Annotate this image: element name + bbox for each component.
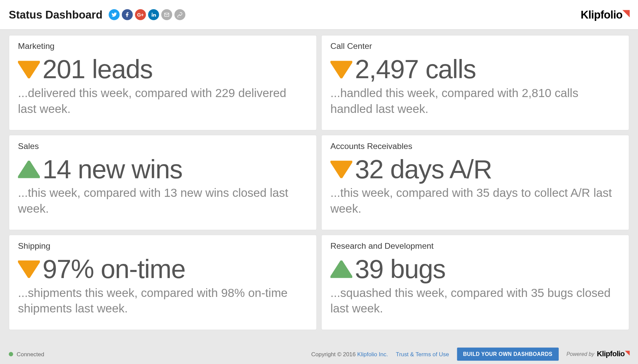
metric-value: 39 bugs — [355, 256, 445, 282]
header: Status Dashboard G+ Klipfolio◥ — [0, 0, 638, 30]
card-title: Accounts Receivables — [330, 142, 620, 151]
social-share-bar: G+ — [109, 9, 185, 20]
metric-row: 2,497 calls — [330, 57, 620, 83]
card-title: Sales — [18, 142, 308, 151]
linkedin-icon[interactable] — [148, 9, 159, 20]
brand-logo[interactable]: Klipfolio◥ — [581, 8, 629, 21]
metric-description: ...delivered this week, compared with 22… — [18, 85, 308, 117]
metric-description: ...handled this week, compared with 2,81… — [330, 85, 620, 117]
brand-accent-icon: ◥ — [623, 7, 629, 18]
brand-text: Klipfolio — [581, 8, 622, 21]
card-title: Research and Development — [330, 241, 620, 251]
facebook-icon[interactable] — [122, 9, 133, 20]
triangle-down-icon — [18, 261, 40, 278]
metric-description: ...squashed this week, compared with 35 … — [330, 285, 620, 317]
triangle-up-icon — [330, 261, 352, 278]
metric-card: Sales14 new wins...this week, compared w… — [9, 135, 317, 230]
svg-marker-3 — [332, 162, 351, 177]
triangle-up-icon — [18, 161, 40, 178]
card-title: Call Center — [330, 41, 620, 51]
metric-description: ...this week, compared with 35 days to c… — [330, 185, 620, 217]
footer-right: Copyright © 2016 Klipfolio Inc. Trust & … — [311, 347, 629, 361]
powered-by: Powered by Klipfolio◥ — [566, 350, 629, 359]
metric-value: 201 leads — [43, 57, 152, 83]
status-text: Connected — [17, 351, 44, 357]
twitter-icon[interactable] — [109, 9, 119, 20]
metric-description: ...shipments this week, compared with 98… — [18, 285, 308, 317]
metric-description: ...this week, compared with 13 new wins … — [18, 185, 308, 217]
metric-row: 39 bugs — [330, 256, 620, 282]
build-dashboards-button[interactable]: BUILD YOUR OWN DASHBOARDS — [457, 347, 558, 361]
footer-status: Connected — [9, 351, 44, 357]
header-left: Status Dashboard G+ — [9, 8, 185, 21]
metric-row: 97% on-time — [18, 256, 308, 282]
dashboard-grid: Marketing201 leads...delivered this week… — [0, 30, 638, 335]
svg-marker-5 — [332, 262, 351, 277]
metric-value: 14 new wins — [43, 156, 183, 183]
metric-row: 201 leads — [18, 57, 308, 83]
card-title: Marketing — [18, 41, 308, 51]
terms-link[interactable]: Trust & Terms of Use — [396, 351, 449, 357]
metric-card: Accounts Receivables32 days A/R...this w… — [321, 135, 629, 230]
svg-marker-2 — [19, 162, 38, 177]
metric-row: 32 days A/R — [330, 156, 620, 183]
brand-accent-icon: ◥ — [625, 349, 629, 356]
metric-row: 14 new wins — [18, 156, 308, 183]
metric-value: 2,497 calls — [355, 57, 476, 83]
svg-marker-0 — [19, 62, 38, 77]
status-dot-icon — [9, 352, 13, 356]
link-icon[interactable] — [174, 9, 185, 20]
copyright-text: Copyright © 2016 Klipfolio Inc. — [311, 351, 388, 357]
googleplus-icon[interactable]: G+ — [135, 9, 146, 20]
triangle-down-icon — [330, 161, 352, 178]
svg-marker-1 — [332, 62, 351, 77]
triangle-down-icon — [330, 61, 352, 79]
footer: Connected Copyright © 2016 Klipfolio Inc… — [0, 344, 638, 364]
metric-value: 32 days A/R — [355, 156, 492, 183]
metric-card: Shipping97% on-time...shipments this wee… — [9, 235, 317, 330]
company-link[interactable]: Klipfolio Inc. — [357, 351, 388, 357]
metric-value: 97% on-time — [43, 256, 185, 282]
metric-card: Marketing201 leads...delivered this week… — [9, 35, 317, 130]
page-title: Status Dashboard — [9, 8, 103, 21]
email-icon[interactable] — [161, 9, 172, 20]
triangle-down-icon — [18, 61, 40, 79]
svg-marker-4 — [19, 262, 38, 277]
brand-logo-small[interactable]: Klipfolio◥ — [597, 350, 629, 359]
metric-card: Research and Development39 bugs...squash… — [321, 235, 629, 330]
card-title: Shipping — [18, 241, 308, 251]
metric-card: Call Center2,497 calls...handled this we… — [321, 35, 629, 130]
